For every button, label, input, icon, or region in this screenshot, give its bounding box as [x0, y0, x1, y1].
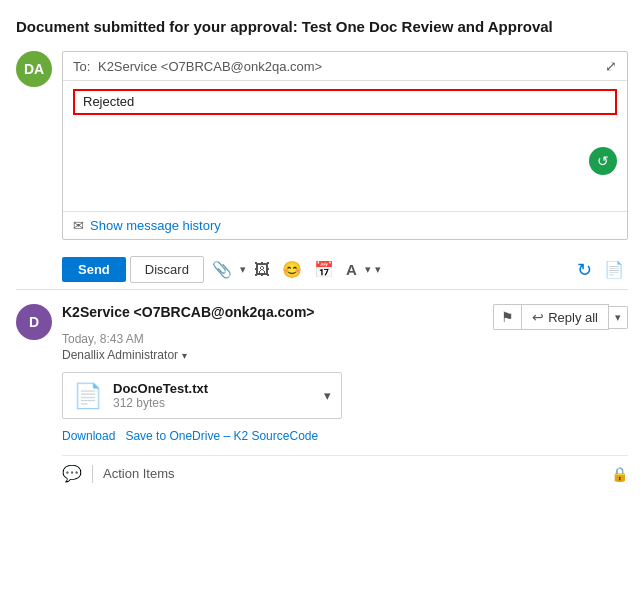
action-items-bubble-icon: 💬 [62, 464, 82, 483]
emoji-icon[interactable]: 😊 [278, 258, 306, 281]
attachment-doc-icon: 📄 [73, 382, 103, 410]
paperclip-chevron-icon[interactable]: ▾ [240, 261, 246, 278]
show-history-label: Show message history [90, 218, 221, 233]
send-button[interactable]: Send [62, 257, 126, 282]
toolbar-doc-icon[interactable]: 📄 [600, 258, 628, 281]
calendar-icon[interactable]: 📅 [310, 258, 338, 281]
font-icon[interactable]: A [342, 259, 361, 280]
more-chevron-icon[interactable]: ▾ [375, 261, 381, 278]
message-header: K2Service <O7BRCAB@onk2qa.com> ⚑ ↩ Reply… [62, 304, 628, 330]
attachment-info: DocOneTest.txt 312 bytes [113, 381, 314, 410]
reply-all-button[interactable]: ↩ Reply all [521, 304, 609, 330]
message-row: D K2Service <O7BRCAB@onk2qa.com> ⚑ ↩ Rep… [16, 304, 628, 483]
compose-body: Rejected ↺ [63, 81, 627, 211]
download-link[interactable]: Download [62, 429, 115, 443]
compose-to-row: To: K2Service <O7BRCAB@onk2qa.com> ⤢ [63, 52, 627, 81]
expand-icon[interactable]: ⤢ [605, 58, 617, 74]
message-avatar: D [16, 304, 52, 340]
envelope-icon: ✉ [73, 218, 84, 233]
rejected-badge: Rejected [73, 89, 617, 115]
action-items-label: Action Items [103, 466, 175, 481]
image-icon[interactable]: 🖼 [250, 259, 274, 281]
font-chevron-icon[interactable]: ▾ [365, 261, 371, 278]
recipient-chevron-icon[interactable]: ▾ [182, 350, 187, 361]
action-items-separator [92, 465, 93, 483]
discard-button[interactable]: Discard [130, 256, 204, 283]
recipient-name: Denallix Administrator [62, 348, 178, 362]
compose-toolbar: Send Discard 📎 ▾ 🖼 😊 📅 A ▾ ▾ ↻ 📄 [16, 250, 628, 290]
save-to-onedrive-link[interactable]: Save to OneDrive – K2 SourceCode [125, 429, 318, 443]
attachment-name: DocOneTest.txt [113, 381, 314, 396]
message-recipient: Denallix Administrator ▾ [62, 348, 628, 362]
attachment-chevron-icon[interactable]: ▾ [324, 388, 331, 403]
compose-to-address: K2Service <O7BRCAB@onk2qa.com> [98, 59, 322, 74]
attachment-size: 312 bytes [113, 396, 314, 410]
reply-all-label: Reply all [548, 310, 598, 325]
message-time: Today, 8:43 AM [62, 332, 628, 346]
flag-button[interactable]: ⚑ [493, 304, 521, 330]
reply-icon: ↩ [532, 309, 544, 325]
attachment-links: Download Save to OneDrive – K2 SourceCod… [62, 429, 628, 443]
email-title: Document submitted for your approval: Te… [16, 16, 628, 37]
show-message-history[interactable]: ✉ Show message history [63, 211, 627, 239]
message-sender: K2Service <O7BRCAB@onk2qa.com> [62, 304, 315, 320]
message-content: K2Service <O7BRCAB@onk2qa.com> ⚑ ↩ Reply… [62, 304, 628, 483]
compose-area: DA To: K2Service <O7BRCAB@onk2qa.com> ⤢ … [16, 51, 628, 240]
spinner-icon: ↻ [573, 257, 596, 283]
sender-avatar: DA [16, 51, 52, 87]
compose-box: To: K2Service <O7BRCAB@onk2qa.com> ⤢ Rej… [62, 51, 628, 240]
action-items-row: 💬 Action Items 🔒 [62, 455, 628, 483]
refresh-icon[interactable]: ↺ [589, 147, 617, 175]
paperclip-icon[interactable]: 📎 [208, 258, 236, 281]
message-actions: ⚑ ↩ Reply all ▾ [493, 304, 628, 330]
lock-icon: 🔒 [611, 466, 628, 482]
reply-dropdown-button[interactable]: ▾ [609, 306, 628, 329]
attachment-box: 📄 DocOneTest.txt 312 bytes ▾ [62, 372, 342, 419]
compose-to-label: To: K2Service <O7BRCAB@onk2qa.com> [73, 59, 322, 74]
